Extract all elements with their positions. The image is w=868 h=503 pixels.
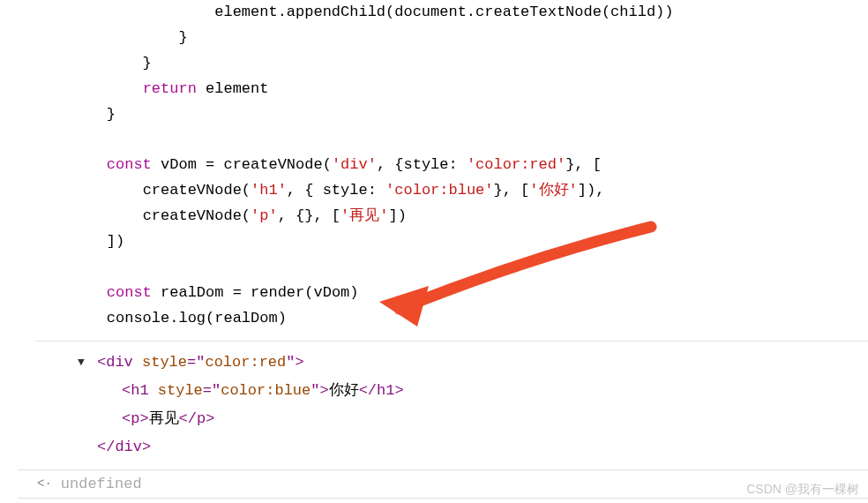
output-line[interactable]: <h1 style="color:blue">你好</h1> [78,377,868,405]
output-line[interactable]: </div> [78,433,868,462]
console-container: element.appendChild(document.createTextN… [0,0,868,503]
console-output-block: ▼ <div style="color:red"> <h1 style="col… [18,342,868,469]
code-line: createVNode('h1', { style: 'color:blue'}… [71,178,868,204]
expand-toggle-icon[interactable]: ▼ [78,352,85,374]
return-value-row: <· undefined [18,469,868,499]
code-line [71,127,868,153]
watermark: CSDN @我有一棵树 [746,482,859,498]
code-line: } [71,51,868,77]
code-line: const realDom = render(vDom) [71,281,868,306]
code-line: createVNode('p', {}, ['再见']) [71,204,868,229]
code-line: element.appendChild(document.createTextN… [71,0,868,26]
code-line: ]) [71,229,868,255]
console-prompt[interactable]: > [18,499,868,503]
code-line: } [71,26,868,51]
output-line[interactable]: <div style="color:red"> [78,349,868,377]
code-line [71,255,868,281]
code-line: const vDom = createVNode('div', {style: … [71,153,868,178]
return-value: undefined [61,476,142,492]
code-line: return element [71,77,868,102]
return-icon: <· [37,477,52,491]
code-line: } [71,102,868,128]
output-line[interactable]: <p>再见</p> [78,405,868,433]
code-input-block[interactable]: element.appendChild(document.createTextN… [18,0,868,341]
code-line: console.log(realDom) [71,306,868,332]
